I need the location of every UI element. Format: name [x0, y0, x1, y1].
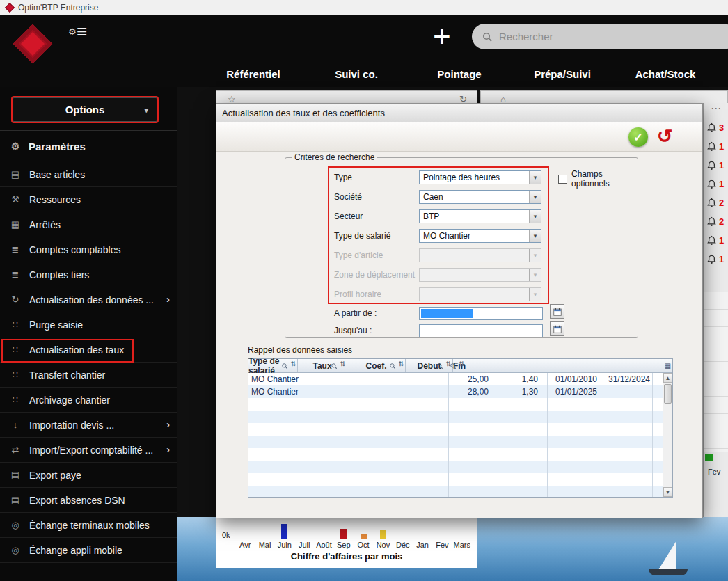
table-column-header[interactable]: Taux ⇅	[298, 359, 347, 372]
table-column-header[interactable]: Type de salarié ⇅	[248, 359, 298, 372]
nav-item[interactable]: Prépa/Suivi	[511, 64, 614, 85]
column-search-icon[interactable]	[331, 363, 338, 369]
scrollbar-thumb[interactable]	[664, 384, 672, 404]
column-search-icon[interactable]	[281, 363, 288, 369]
caret-down-icon[interactable]: ▾	[529, 269, 541, 281]
date-from-input[interactable]	[419, 307, 543, 320]
table-column-header[interactable]: Fin ⇅	[453, 359, 466, 372]
field-label: Société	[334, 192, 419, 202]
caret-down-icon[interactable]: ▾	[529, 288, 541, 301]
criteria-row: Société Caen ▾	[285, 187, 638, 207]
field-dropdown[interactable]: Pointage des heures ▾	[419, 170, 541, 184]
caret-down-icon[interactable]: ▾	[529, 230, 541, 242]
sidebar-item[interactable]: ▦ Arrêtés ›	[0, 212, 177, 237]
table-row[interactable]: MO Chantier 25,00 1,40 01/01/2010 31/12/…	[248, 373, 663, 385]
column-search-icon[interactable]	[389, 363, 396, 369]
checkbox[interactable]	[558, 175, 567, 184]
chart-title: Chiffre d'affaires par mois	[216, 551, 477, 562]
sort-icon[interactable]: ⇅	[340, 360, 345, 367]
date-to-row: Jusqu'au :	[334, 323, 543, 338]
field-label: Type	[334, 173, 419, 182]
caret-down-icon[interactable]: ▾	[529, 191, 541, 203]
vertical-scrollbar[interactable]: ▲ ▼	[663, 373, 672, 497]
column-search-icon[interactable]	[436, 363, 443, 369]
field-dropdown[interactable]: ▾	[419, 287, 541, 301]
field-dropdown[interactable]: ▾	[419, 268, 541, 282]
hamburger-menu-icon[interactable]: ≡	[77, 21, 87, 42]
sidebar-item[interactable]: ∷ Transfert chantier ›	[0, 363, 177, 388]
divider	[0, 130, 177, 131]
sidebar-item[interactable]: ∷ Purge saisie ›	[0, 312, 177, 337]
calendar-button-to[interactable]	[550, 321, 564, 336]
sidebar-item[interactable]: ◎ Échange appli mobile ›	[0, 538, 177, 563]
alert-row[interactable]: 3	[704, 118, 728, 137]
calendar-button-from[interactable]	[550, 304, 564, 319]
dialog-titlebar[interactable]: Actualisation des taux et des coefficien…	[216, 104, 702, 122]
sidebar-item-parametres[interactable]: ⚙ Paramètres	[0, 133, 177, 159]
dropdown-value: MO Chantier	[423, 231, 470, 241]
sidebar-item-icon: ↻	[10, 294, 21, 305]
sidebar-item[interactable]: ≣ Comptes tiers ›	[0, 262, 177, 287]
sidebar-menu: ▤ Base articles › ⚒ Ressources › ▦ Arrêt…	[0, 162, 177, 563]
sidebar-item-icon: ≣	[10, 269, 21, 280]
legend-swatch	[705, 454, 713, 461]
field-dropdown[interactable]: Caen ▾	[419, 190, 541, 204]
alert-row[interactable]: 1	[704, 137, 728, 156]
global-search[interactable]	[472, 24, 728, 49]
chart-month-label: Sep	[337, 541, 351, 549]
sidebar-item[interactable]: ≣ Comptes comptables ›	[0, 237, 177, 262]
clear-filter-icon[interactable]: ▦	[663, 359, 672, 372]
gear-icon[interactable]: ⚙	[68, 26, 77, 37]
alert-row[interactable]: 1	[704, 175, 728, 193]
sidebar-item[interactable]: ∷ Actualisation des taux ›	[0, 337, 177, 363]
sidebar-item[interactable]: ▤ Export paye ›	[0, 463, 177, 488]
add-button[interactable]: +	[433, 21, 451, 51]
sort-icon[interactable]: ⇅	[459, 360, 464, 367]
column-search-icon[interactable]	[450, 363, 457, 369]
cancel-undo-button[interactable]: ↺	[654, 125, 676, 148]
options-dropdown-button[interactable]: Options ▾	[11, 96, 159, 123]
scroll-up-icon[interactable]: ▲	[663, 373, 672, 383]
table-column-header[interactable]: Coef. ⇅	[347, 359, 406, 372]
sidebar-item-icon: ▦	[10, 219, 21, 230]
search-input[interactable]	[499, 31, 694, 42]
sidebar-item[interactable]: ⇄ Import/Export comptabilité ... ›	[0, 438, 177, 463]
nav-item[interactable]: Achat/Stock	[614, 64, 717, 85]
scroll-down-icon[interactable]: ▼	[663, 487, 672, 497]
sidebar-item[interactable]: ∷ Archivage chantier ›	[0, 388, 177, 413]
sort-icon[interactable]: ⇅	[398, 360, 404, 367]
sort-icon[interactable]: ⇅	[290, 360, 296, 367]
sidebar-item-label: Export paye	[29, 470, 81, 481]
field-dropdown[interactable]: ▾	[419, 248, 541, 262]
table-header: ▦ Type de salarié ⇅ Taux ⇅ Coef.	[248, 359, 672, 373]
alert-row[interactable]: 1	[704, 250, 728, 269]
sidebar-item[interactable]: ↻ Actualisation des données ... ›	[0, 287, 177, 312]
nav-item[interactable]: Suivi co.	[305, 64, 408, 85]
field-dropdown[interactable]: MO Chantier ▾	[419, 229, 541, 243]
alert-row[interactable]: 2	[704, 212, 728, 231]
date-to-input[interactable]	[419, 324, 543, 337]
alert-row[interactable]: 2	[704, 193, 728, 212]
field-dropdown[interactable]: BTP ▾	[419, 209, 541, 223]
table-row[interactable]: MO Chantier 28,00 1,30 01/01/2025	[248, 385, 663, 398]
nav-item[interactable]: Pointage	[408, 64, 511, 85]
caret-down-icon[interactable]: ▾	[529, 249, 541, 262]
validate-button[interactable]: ✓	[628, 127, 648, 147]
sidebar-item[interactable]: ▤ Export absences DSN ›	[0, 488, 177, 513]
nav-item[interactable]: Référentiel	[202, 64, 305, 85]
caret-down-icon[interactable]: ▾	[529, 171, 541, 184]
chart-month-label: Août	[316, 541, 332, 549]
sidebar-item[interactable]: ↓ Importation devis ... ›	[0, 413, 177, 438]
optional-fields-checkbox-row[interactable]: Champs optionnels	[558, 169, 638, 189]
sidebar-item[interactable]: ⚒ Ressources ›	[0, 187, 177, 212]
table-column-header[interactable]: Début ⇅	[406, 359, 453, 372]
alert-row[interactable]: 1	[704, 156, 728, 175]
sidebar-item[interactable]: ◎ Échange terminaux mobiles ›	[0, 513, 177, 538]
alert-row[interactable]: 1	[704, 231, 728, 250]
sidebar-item[interactable]: ▤ Base articles ›	[0, 162, 177, 187]
caret-down-icon[interactable]: ▾	[529, 210, 541, 223]
app-header: ⚙ ≡ + Référentiel Suivi co. Pointage Pré…	[0, 15, 728, 87]
brand-logo-icon[interactable]	[13, 24, 53, 64]
ellipsis-menu-icon[interactable]: ⋯	[704, 103, 728, 114]
cell-debut: 01/01/2010	[547, 373, 606, 385]
